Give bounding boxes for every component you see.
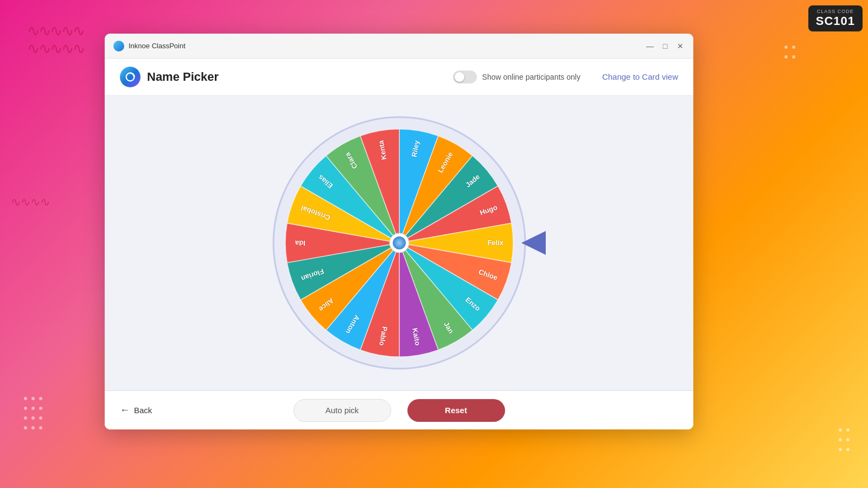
header: Name Picker Show online participants onl…	[105, 59, 693, 95]
title-bar: Inknoe ClassPoint — □ ✕	[105, 34, 693, 59]
window-controls: — □ ✕	[646, 42, 685, 50]
main-content	[105, 95, 693, 390]
close-button[interactable]: ✕	[676, 42, 685, 50]
change-view-button[interactable]: Change to Card view	[602, 72, 678, 81]
back-label: Back	[134, 406, 152, 415]
wheel-canvas[interactable]	[269, 113, 529, 373]
dots-decoration-top-right	[782, 43, 797, 63]
wavy-decoration-mid: ∿∿∿∿	[11, 195, 50, 209]
reset-button[interactable]: Reset	[407, 399, 505, 422]
wheel-pointer	[521, 231, 546, 255]
name-picker-wheel[interactable]	[269, 113, 529, 373]
back-button[interactable]: ← Back	[120, 404, 152, 416]
auto-pick-button[interactable]: Auto pick	[293, 399, 391, 422]
dots-decoration-bottom-left	[22, 395, 44, 434]
toggle-label: Show online participants only	[482, 73, 580, 81]
toggle-knob	[455, 72, 464, 82]
minimize-button[interactable]: —	[646, 42, 654, 50]
app-icon	[113, 41, 124, 52]
class-code-value: SC101	[816, 14, 855, 28]
class-code-label: class code	[817, 9, 854, 14]
toggle-area: Show online participants only	[453, 70, 580, 84]
maximize-button[interactable]: □	[661, 42, 669, 50]
main-window: Inknoe ClassPoint — □ ✕ Name Picker Show…	[105, 34, 693, 429]
footer: ← Back Auto pick Reset	[105, 390, 693, 429]
page-title: Name Picker	[147, 70, 453, 84]
online-only-toggle[interactable]	[453, 70, 477, 84]
dots-decoration-bottom-right	[837, 426, 852, 455]
class-code-badge: class code SC101	[808, 5, 863, 31]
app-title: Inknoe ClassPoint	[129, 42, 646, 50]
back-arrow-icon: ←	[120, 404, 130, 416]
logo-icon	[120, 67, 141, 87]
wavy-decoration-top: ∿∿∿∿∿∿∿∿∿∿	[27, 22, 84, 57]
